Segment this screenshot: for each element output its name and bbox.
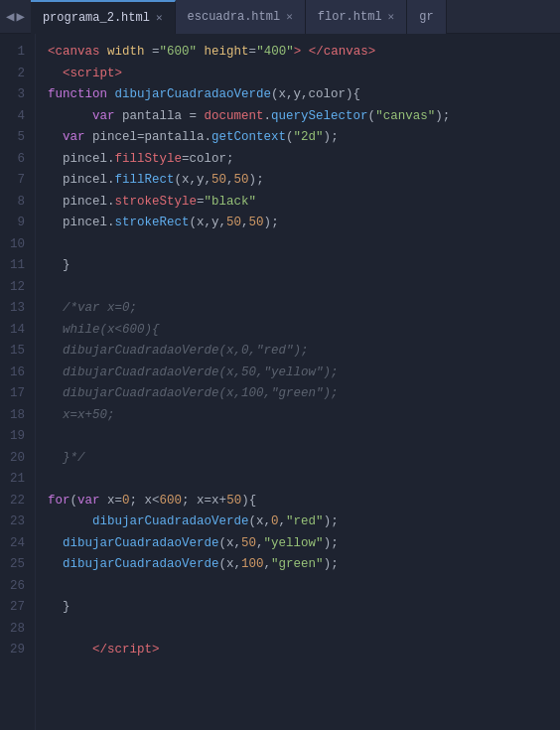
tab-close-flor[interactable]: ✕: [388, 10, 395, 23]
code-editor[interactable]: <canvas width ="600" height="400"> </can…: [36, 34, 560, 730]
tab-close-programa2[interactable]: ✕: [156, 11, 163, 24]
code-line-20: }*/: [48, 448, 560, 470]
code-line-1: <canvas width ="600" height="400"> </can…: [48, 42, 560, 64]
line-numbers: 12345 678910 1112131415 1617181920 21222…: [0, 34, 36, 730]
code-line-23: dibujarCuadradaoVerde(x,0,"red");: [48, 511, 560, 533]
code-line-21: [48, 469, 560, 491]
code-line-14: while(x<600){: [48, 320, 560, 342]
code-line-9: pincel.strokeRect(x,y,50,50);: [48, 213, 560, 234]
code-line-2: <script>: [48, 64, 560, 85]
tab-label-gr: gr: [419, 10, 433, 24]
code-line-7: pincel.fillRect(x,y,50,50);: [48, 170, 560, 192]
code-line-10: [48, 234, 560, 256]
code-line-27: }: [48, 597, 560, 619]
code-line-22: for(var x=0; x<600; x=x+50){: [48, 491, 560, 512]
code-line-18: x=x+50;: [48, 405, 560, 427]
code-line-12: [48, 277, 560, 299]
code-line-29: </script>: [48, 640, 560, 661]
tab-close-escuadra[interactable]: ✕: [286, 10, 293, 23]
nav-arrows[interactable]: ◀ ▶: [0, 8, 31, 25]
code-line-11: }: [48, 255, 560, 277]
tab-gr[interactable]: gr: [407, 0, 446, 34]
code-line-19: [48, 426, 560, 448]
code-line-13: /*var x=0;: [48, 298, 560, 320]
code-line-17: dibujarCuadradaoVerde(x,100,"green");: [48, 383, 560, 405]
code-line-25: dibujarCuadradaoVerde(x,100,"green");: [48, 554, 560, 576]
code-line-15: dibujarCuadradaoVerde(x,0,"red");: [48, 341, 560, 363]
code-line-4: var pantalla = document.querySelector("c…: [48, 106, 560, 128]
code-line-28: [48, 619, 560, 641]
tab-flor[interactable]: flor.html ✕: [306, 0, 407, 34]
code-line-3: function dibujarCuadradaoVerde(x,y,color…: [48, 84, 560, 106]
nav-left-icon[interactable]: ◀: [6, 8, 14, 25]
code-line-5: var pincel=pantalla.getContext("2d");: [48, 127, 560, 149]
code-line-6: pincel.fillStyle=color;: [48, 149, 560, 171]
tab-label-flor: flor.html: [318, 10, 382, 24]
nav-right-icon[interactable]: ▶: [16, 8, 24, 25]
tab-label-programa2: programa_2.html: [43, 11, 150, 25]
tab-label-escuadra: escuadra.html: [188, 10, 281, 24]
code-line-16: dibujarCuadradaoVerde(x,50,"yellow");: [48, 363, 560, 384]
tab-escuadra[interactable]: escuadra.html ✕: [176, 0, 306, 34]
code-line-26: [48, 576, 560, 598]
code-line-8: pincel.strokeStyle="black": [48, 192, 560, 214]
tab-programa2[interactable]: programa_2.html ✕: [31, 0, 176, 34]
tab-bar: ◀ ▶ programa_2.html ✕ escuadra.html ✕ fl…: [0, 0, 560, 34]
editor-area: 12345 678910 1112131415 1617181920 21222…: [0, 34, 560, 730]
code-line-24: dibujarCuadradaoVerde(x,50,"yellow");: [48, 533, 560, 555]
